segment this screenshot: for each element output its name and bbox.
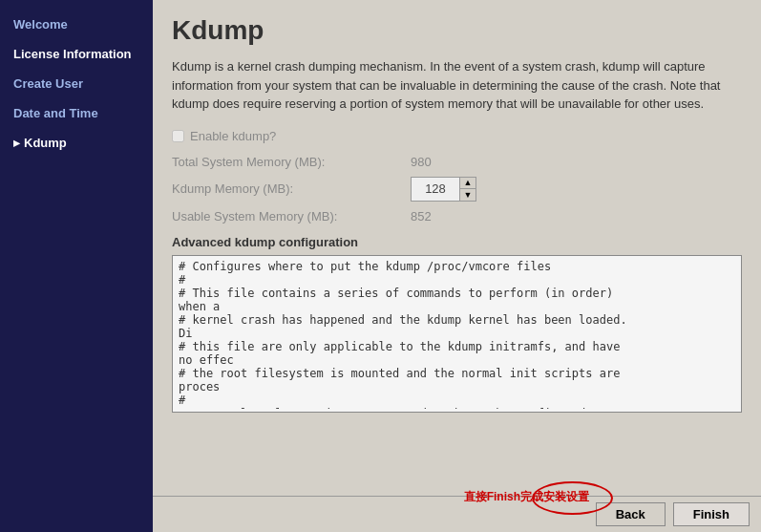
form-section: Enable kdump? Total System Memory (MB): … — [172, 129, 742, 223]
kdump-memory-input[interactable] — [412, 181, 459, 196]
bottom-bar: 直接Finish完成安装设置 Back Finish — [153, 496, 761, 532]
kdump-memory-label: Kdump Memory (MB): — [172, 181, 411, 196]
enable-kdump-label: Enable kdump? — [190, 129, 276, 143]
total-memory-value: 980 — [411, 155, 432, 169]
spinbox-buttons: ▲ ▼ — [459, 178, 476, 201]
kdump-memory-spinbox[interactable]: ▲ ▼ — [411, 177, 476, 202]
kdump-memory-row: Kdump Memory (MB): ▲ ▼ — [172, 177, 742, 202]
advanced-section: Advanced kdump configuration — [172, 235, 742, 413]
sidebar-item-kdump[interactable]: Kdump — [0, 128, 153, 158]
total-memory-label: Total System Memory (MB): — [172, 155, 411, 169]
sidebar: Welcome License Information Create User … — [0, 0, 153, 532]
usable-memory-label: Usable System Memory (MB): — [172, 209, 411, 223]
sidebar-item-welcome[interactable]: Welcome — [0, 10, 153, 39]
content-area: Kdump Kdump is a kernel crash dumping me… — [153, 0, 761, 496]
back-button[interactable]: Back — [596, 502, 666, 526]
sidebar-item-date-time[interactable]: Date and Time — [0, 98, 153, 128]
finish-button[interactable]: Finish — [673, 502, 750, 526]
sidebar-item-create-user[interactable]: Create User — [0, 69, 153, 98]
description: Kdump is a kernel crash dumping mechanis… — [172, 57, 742, 114]
advanced-title: Advanced kdump configuration — [172, 235, 742, 249]
spinbox-down-button[interactable]: ▼ — [460, 189, 476, 201]
enable-kdump-row: Enable kdump? — [172, 129, 742, 143]
main-content: Kdump Kdump is a kernel crash dumping me… — [153, 0, 761, 532]
config-textarea[interactable] — [173, 256, 641, 409]
sidebar-item-license[interactable]: License Information — [0, 39, 153, 69]
config-textarea-container — [172, 255, 742, 413]
hint-text: 直接Finish完成安装设置 — [464, 489, 589, 505]
spinbox-up-button[interactable]: ▲ — [460, 178, 476, 189]
usable-memory-row: Usable System Memory (MB): 852 — [172, 209, 742, 223]
page-title: Kdump — [172, 15, 742, 46]
usable-memory-value: 852 — [411, 209, 432, 223]
total-memory-row: Total System Memory (MB): 980 — [172, 155, 742, 169]
enable-kdump-checkbox[interactable] — [172, 130, 184, 142]
